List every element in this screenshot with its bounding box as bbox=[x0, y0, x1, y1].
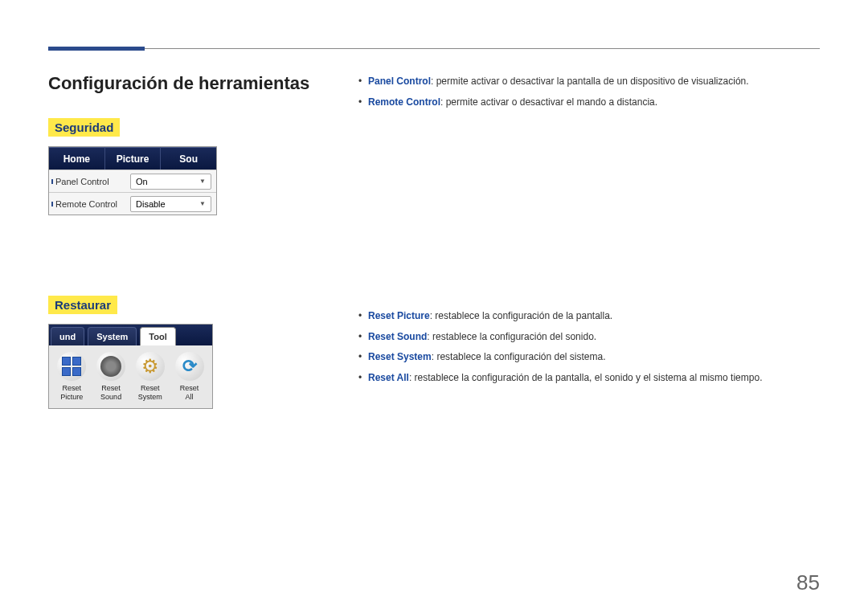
reset-label: Restaurar bbox=[48, 296, 117, 314]
term: Reset Picture bbox=[368, 310, 430, 321]
remote-control-label: Remote Control bbox=[49, 199, 125, 209]
list-item: Reset All: restablece la configuración d… bbox=[354, 370, 820, 387]
grid-icon bbox=[57, 352, 86, 381]
gear-icon: ⚙ bbox=[136, 352, 165, 381]
tab-home[interactable]: Home bbox=[49, 147, 105, 170]
list-item: Reset System: restablece la configuració… bbox=[354, 349, 820, 366]
desc: : restablece la configuración del sistem… bbox=[432, 351, 606, 362]
reset-all-label: ResetAll bbox=[170, 384, 209, 402]
term: Reset All bbox=[368, 372, 409, 383]
security-row-remote: Remote Control Disable ▼ bbox=[49, 192, 216, 215]
panel-control-label: Panel Control bbox=[49, 177, 125, 186]
list-item: Reset Picture: restablece la configuraci… bbox=[354, 308, 820, 325]
tab-sound-partial[interactable]: Sou bbox=[161, 147, 216, 170]
page-number: 85 bbox=[796, 570, 820, 595]
list-item: Reset Sound: restablece la configuración… bbox=[354, 329, 820, 346]
term: Reset System bbox=[368, 351, 432, 362]
reset-system-button[interactable]: ⚙ ResetSystem bbox=[131, 352, 170, 402]
speaker-icon bbox=[96, 352, 125, 381]
desc: : restablece la configuración de la pant… bbox=[430, 310, 612, 321]
reset-bullets: Reset Picture: restablece la configuraci… bbox=[354, 308, 820, 386]
list-item: Panel Control: permite activar o desacti… bbox=[354, 73, 820, 91]
security-widget: Home Picture Sou Panel Control On ▼ Remo… bbox=[48, 146, 217, 215]
desc: : restablece la configuración de la pant… bbox=[409, 372, 763, 383]
chevron-down-icon: ▼ bbox=[199, 178, 206, 185]
remote-control-dropdown[interactable]: Disable ▼ bbox=[130, 196, 211, 212]
reset-picture-label: ResetPicture bbox=[52, 384, 91, 402]
reset-widget: und System Tool ResetPicture ResetSound bbox=[48, 324, 213, 409]
term: Reset Sound bbox=[368, 331, 427, 342]
security-bullets: Panel Control: permite activar o desacti… bbox=[354, 73, 820, 111]
refresh-icon: ⟳ bbox=[175, 352, 204, 381]
page-title: Configuración de herramientas bbox=[48, 73, 321, 94]
reset-system-label: ResetSystem bbox=[131, 384, 170, 402]
header-rule bbox=[48, 48, 820, 49]
security-tabs: Home Picture Sou bbox=[49, 147, 216, 170]
chevron-down-icon: ▼ bbox=[199, 200, 206, 207]
reset-sound-button[interactable]: ResetSound bbox=[92, 352, 130, 402]
security-label: Seguridad bbox=[48, 118, 120, 137]
list-item: Remote Control: permite activar o desact… bbox=[354, 94, 820, 112]
header-accent bbox=[48, 47, 145, 51]
desc: : permite activar o desactivar el mando … bbox=[440, 96, 657, 108]
panel-control-dropdown[interactable]: On ▼ bbox=[130, 174, 211, 190]
reset-tabs: und System Tool bbox=[49, 325, 212, 345]
tab-system[interactable]: System bbox=[88, 327, 137, 345]
reset-all-button[interactable]: ⟳ ResetAll bbox=[170, 352, 209, 402]
panel-control-value: On bbox=[136, 177, 148, 186]
tab-sound-partial[interactable]: und bbox=[51, 327, 84, 345]
tab-tool[interactable]: Tool bbox=[140, 327, 175, 345]
desc: : permite activar o desactivar la pantal… bbox=[431, 76, 749, 87]
reset-picture-button[interactable]: ResetPicture bbox=[52, 352, 91, 402]
term: Remote Control bbox=[368, 96, 440, 108]
remote-control-value: Disable bbox=[136, 199, 166, 209]
security-row-panel: Panel Control On ▼ bbox=[49, 170, 216, 192]
desc: : restablece la configuración del sonido… bbox=[427, 331, 596, 342]
reset-sound-label: ResetSound bbox=[92, 384, 130, 402]
tab-picture[interactable]: Picture bbox=[105, 147, 162, 170]
term: Panel Control bbox=[368, 76, 431, 87]
